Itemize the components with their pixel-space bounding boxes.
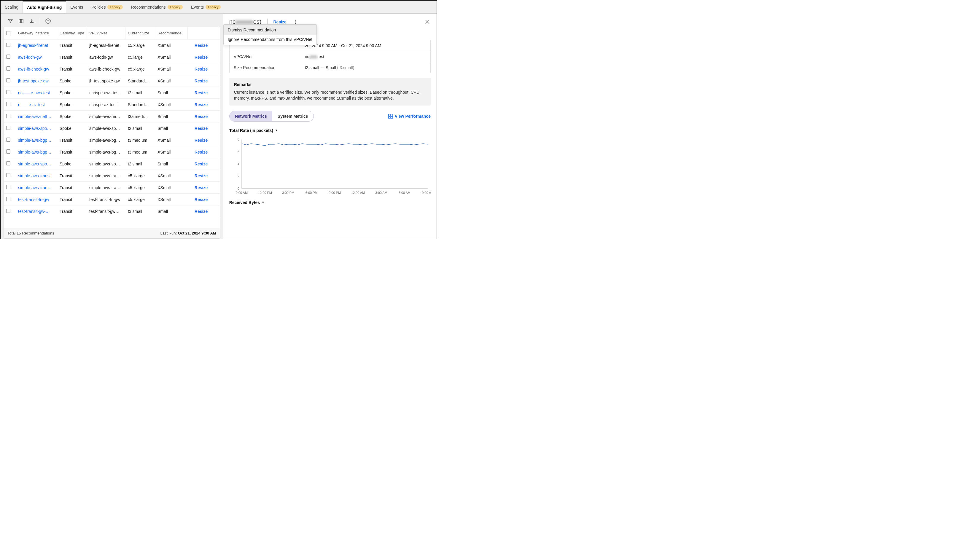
- vpc-vnet: simple-aws-sp…: [87, 126, 126, 131]
- svg-rect-8: [388, 114, 390, 116]
- resize-row-button[interactable]: Resize: [188, 79, 215, 83]
- table-row[interactable]: simple-aws-tran…Transitsimple-aws-tra…c5…: [4, 182, 220, 193]
- resize-row-button[interactable]: Resize: [188, 173, 215, 178]
- row-checkbox[interactable]: [6, 54, 10, 59]
- table-row[interactable]: test-transit-gw-…Transittest-transit-gw……: [4, 205, 220, 217]
- tab-auto-right-sizing[interactable]: Auto Right-Sizing: [22, 1, 66, 13]
- gateway-instance-link[interactable]: simple-aws-transit: [16, 173, 57, 178]
- vpc-vnet: aws-lb-check-gw: [87, 67, 126, 71]
- row-checkbox[interactable]: [6, 78, 10, 82]
- table-row[interactable]: simple-aws-netf…Spokesimple-aws-ne…t3a.m…: [4, 111, 220, 122]
- table-row[interactable]: simple-aws-bgp…Transitsimple-aws-bg…t3.m…: [4, 146, 220, 158]
- resize-row-button[interactable]: Resize: [188, 126, 215, 131]
- view-performance-link[interactable]: View Performance: [388, 114, 431, 119]
- chevron-down-icon[interactable]: ▾: [262, 200, 264, 204]
- table-row[interactable]: jh-test-spoke-gwSpokejh-test-spoke-gwSta…: [4, 75, 220, 87]
- chevron-down-icon[interactable]: ▾: [275, 128, 277, 132]
- row-checkbox[interactable]: [6, 173, 10, 177]
- recommended-size: XSmall: [155, 185, 188, 190]
- download-icon[interactable]: [29, 18, 34, 24]
- col-gateway-instance[interactable]: Gateway Instance: [16, 27, 57, 39]
- tab-events[interactable]: Events: [66, 1, 87, 13]
- gateway-type: Spoke: [57, 126, 87, 131]
- resize-row-button[interactable]: Resize: [188, 162, 215, 167]
- table-row[interactable]: n——e-az-testSpokencrispe-az-testStandard…: [4, 99, 220, 111]
- row-checkbox[interactable]: [6, 126, 10, 130]
- tab-system-metrics[interactable]: System Metrics: [272, 111, 313, 121]
- gateway-instance-link[interactable]: simple-aws-spo…: [16, 126, 57, 131]
- resize-row-button[interactable]: Resize: [188, 102, 215, 107]
- gateway-instance-link[interactable]: test-transit-fn-gw: [16, 197, 57, 202]
- table-row[interactable]: aws-fqdn-gwTransitaws-fqdn-gwc5.largeXSm…: [4, 51, 220, 63]
- menu-ignore-vpc[interactable]: Ignore Recommendations from this VPC/VNe…: [224, 35, 317, 44]
- row-checkbox[interactable]: [6, 138, 10, 142]
- table-row[interactable]: test-transit-fn-gwTransittest-transit-fn…: [4, 193, 220, 205]
- gateway-instance-link[interactable]: jh-egress-firenet: [16, 43, 57, 48]
- row-checkbox[interactable]: [6, 197, 10, 201]
- row-checkbox[interactable]: [6, 102, 10, 106]
- row-checkbox[interactable]: [6, 43, 10, 47]
- gateway-instance-link[interactable]: simple-aws-bgp…: [16, 150, 57, 154]
- svg-rect-10: [388, 116, 390, 118]
- resize-row-button[interactable]: Resize: [188, 197, 215, 202]
- gateway-instance-link[interactable]: aws-lb-check-gw: [16, 67, 57, 71]
- table-row[interactable]: nc——e-aws-testSpokencrispe-aws-testt2.sm…: [4, 87, 220, 99]
- resize-row-button[interactable]: Resize: [188, 43, 215, 48]
- gateway-instance-link[interactable]: simple-aws-tran…: [16, 185, 57, 190]
- table-row[interactable]: simple-aws-spo…Spokesimple-aws-sp…t2.sma…: [4, 158, 220, 170]
- gateway-instance-link[interactable]: simple-aws-spo…: [16, 162, 57, 167]
- table-row[interactable]: aws-lb-check-gwTransitaws-lb-check-gwc5.…: [4, 63, 220, 75]
- gateway-instance-link[interactable]: simple-aws-bgp…: [16, 138, 57, 143]
- resize-row-button[interactable]: Resize: [188, 138, 215, 143]
- tab-policies-legacy[interactable]: PoliciesLegacy: [87, 1, 127, 13]
- row-checkbox[interactable]: [6, 149, 10, 154]
- gateway-instance-link[interactable]: aws-fqdn-gw: [16, 55, 57, 60]
- table-row[interactable]: simple-aws-spo…Spokesimple-aws-sp…t2.sma…: [4, 122, 220, 134]
- col-current-size[interactable]: Current Size: [126, 27, 155, 39]
- gateway-instance-link[interactable]: test-transit-gw-…: [16, 209, 57, 214]
- gateway-instance-link[interactable]: jh-test-spoke-gw: [16, 79, 57, 83]
- current-size: c5.xlarge: [126, 67, 155, 71]
- current-size: c5.xlarge: [126, 43, 155, 48]
- row-checkbox[interactable]: [6, 67, 10, 71]
- table-row[interactable]: simple-aws-bgp…Transitsimple-aws-bg…t3.m…: [4, 134, 220, 146]
- gateway-instance-link[interactable]: nc——e-aws-test: [16, 90, 57, 95]
- row-checkbox[interactable]: [6, 209, 10, 213]
- more-menu-icon[interactable]: [293, 19, 298, 25]
- gateway-type: Transit: [57, 67, 87, 71]
- menu-dismiss-recommendation[interactable]: Dismiss Recommendation: [224, 25, 317, 35]
- chart-title-text: Received Bytes: [229, 200, 260, 205]
- row-checkbox[interactable]: [6, 114, 10, 118]
- col-recommended[interactable]: Recommende: [155, 27, 188, 39]
- resize-row-button[interactable]: Resize: [188, 90, 215, 95]
- row-checkbox[interactable]: [6, 90, 10, 94]
- row-checkbox[interactable]: [6, 161, 10, 165]
- col-vpc-vnet[interactable]: VPC/VNet: [87, 27, 126, 39]
- help-icon[interactable]: ?: [45, 18, 51, 24]
- gateway-type: Transit: [57, 209, 87, 214]
- table-row[interactable]: jh-egress-firenetTransitjh-egress-firene…: [4, 40, 220, 51]
- svg-text:9:00 AM: 9:00 AM: [422, 190, 431, 194]
- resize-row-button[interactable]: Resize: [188, 150, 215, 154]
- gateway-instance-link[interactable]: n——e-az-test: [16, 102, 57, 107]
- resize-button[interactable]: Resize: [274, 19, 286, 24]
- resize-row-button[interactable]: Resize: [188, 209, 215, 214]
- resize-row-button[interactable]: Resize: [188, 55, 215, 60]
- tab-events-legacy[interactable]: EventsLegacy: [187, 1, 225, 13]
- select-all-checkbox[interactable]: [6, 31, 10, 35]
- tab-scaling[interactable]: Scaling: [1, 1, 22, 13]
- col-gateway-type[interactable]: Gateway Type: [57, 27, 87, 39]
- vpc-vnet: simple-aws-tra…: [87, 173, 126, 178]
- close-icon[interactable]: [424, 19, 431, 25]
- table-row[interactable]: simple-aws-transitTransitsimple-aws-tra……: [4, 170, 220, 182]
- resize-row-button[interactable]: Resize: [188, 185, 215, 190]
- columns-icon[interactable]: [18, 18, 24, 24]
- resize-row-button[interactable]: Resize: [188, 67, 215, 71]
- tab-network-metrics[interactable]: Network Metrics: [229, 111, 272, 121]
- gateway-instance-link[interactable]: simple-aws-netf…: [16, 114, 57, 119]
- row-checkbox[interactable]: [6, 185, 10, 189]
- detail-date-range: 20, 2024 9:00 AM - Oct 21, 2024 9:00 AM: [301, 40, 430, 51]
- resize-row-button[interactable]: Resize: [188, 114, 215, 119]
- filter-icon[interactable]: [8, 18, 13, 24]
- tab-recommendations-legacy[interactable]: RecommendationsLegacy: [127, 1, 187, 13]
